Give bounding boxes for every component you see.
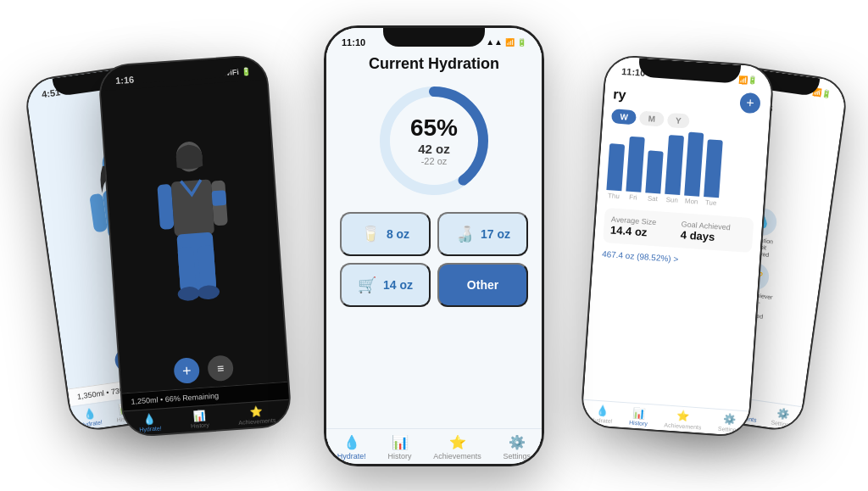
svg-rect-16	[197, 244, 215, 290]
bottom-nav-center: 💧 Hydrate! 📊 History ⭐ Achievements ⚙️ S…	[326, 428, 542, 464]
diff-value: -22 oz	[410, 156, 458, 166]
nav-history-right1[interactable]: 📊 History	[629, 406, 648, 426]
stat-avg-size: Average Size 14.4 oz	[610, 215, 677, 240]
bar-tue: Tue	[703, 139, 722, 207]
nav-item-hydrate-left2[interactable]: 💧 Hydrate!	[138, 412, 162, 432]
avatar-figure-left2	[143, 82, 242, 360]
phone-center: 11:10 ▲▲ 📶 🔋 Current Hydration	[324, 25, 544, 466]
circle-text: 65% 42 oz -22 oz	[410, 114, 458, 166]
bar-sat: Sat	[645, 150, 664, 203]
hydration-screen: Current Hydration 65% 42 oz -22 oz	[326, 52, 542, 428]
oz-value: 42 oz	[410, 142, 458, 156]
nav-hydrate-center[interactable]: 💧 Hydrate!	[337, 434, 366, 460]
add-btn-left2[interactable]: +	[173, 357, 200, 384]
nav-achievements-center[interactable]: ⭐ Achievements	[433, 434, 481, 460]
btn-8oz[interactable]: 🥛 8 oz	[340, 212, 431, 256]
history-footer[interactable]: 467.4 oz (98.52%) >	[602, 248, 751, 268]
avatar-svg-left2	[147, 133, 240, 308]
time-center: 11:10	[342, 37, 365, 47]
circle-wrapper: 65% 42 oz -22 oz	[375, 81, 493, 200]
nav-hydrate-right1[interactable]: 💧 Hydrate!	[590, 404, 614, 424]
avatar-screen-left2: + ≡	[101, 79, 287, 393]
tab-w[interactable]: W	[611, 109, 637, 125]
nav-settings-right1[interactable]: ⚙️ Settings	[718, 412, 741, 432]
circle-container: 65% 42 oz -22 oz	[340, 81, 528, 200]
bar-chart: Thu Fri Sat Sun	[606, 131, 760, 209]
notch-center	[383, 28, 485, 47]
btn-14oz[interactable]: 🛒 14 oz	[340, 263, 431, 307]
stats-box: Average Size 14.4 oz Goal Achieved 4 day…	[603, 207, 754, 252]
status-icons-center: ▲▲ 📶 🔋	[486, 37, 526, 47]
nav-ach-right1[interactable]: ⭐ Achievements	[664, 409, 702, 430]
nav-settings-center[interactable]: ⚙️ Settings	[504, 434, 531, 460]
tab-m[interactable]: M	[639, 110, 664, 126]
bar-fri: Fri	[626, 136, 645, 201]
percentage: 65%	[410, 114, 458, 142]
bottom-info-text-left2: 1,250ml • 66% Remaining	[131, 391, 219, 405]
btn-other[interactable]: Other	[437, 263, 528, 307]
svg-rect-15	[177, 246, 196, 292]
stat-goal-achieved: Goal Achieved 4 days	[680, 220, 747, 245]
history-screen: ry W M Y Thu Fri	[583, 79, 771, 410]
menu-btn-left2[interactable]: ≡	[207, 354, 234, 382]
bar-sun: Sun	[664, 134, 684, 204]
nav-item-ach-left2[interactable]: ⭐ Achievements	[237, 404, 275, 425]
drink-buttons: 🥛 8 oz 🍶 17 oz 🛒 14 oz Other	[340, 212, 528, 307]
nav-settings-right2[interactable]: ⚙️ Settings	[771, 406, 794, 427]
svg-rect-13	[211, 189, 226, 205]
svg-rect-10	[170, 178, 214, 236]
hydration-title: Current Hydration	[340, 55, 528, 73]
phone-right1: 11:10 📶🔋 + ry W M Y	[580, 53, 775, 438]
bar-thu: Thu	[606, 143, 626, 200]
add-btn-right1[interactable]: +	[739, 92, 761, 114]
scene: 4:51 ▲ WiFi 🔋	[0, 0, 868, 491]
nav-item-history-left2[interactable]: 📊 History	[190, 409, 209, 428]
tab-y[interactable]: Y	[667, 112, 691, 128]
bar-mon: Mon	[683, 131, 704, 205]
phone-left2: 1:16 ▲ WiFi 🔋	[97, 53, 292, 438]
time-left2: 1:16	[115, 74, 135, 86]
nav-item-hydrate-left1[interactable]: 💧 Hydrate!	[78, 406, 103, 427]
nav-history-center[interactable]: 📊 History	[388, 434, 412, 460]
btn-17oz[interactable]: 🍶 17 oz	[437, 212, 528, 256]
